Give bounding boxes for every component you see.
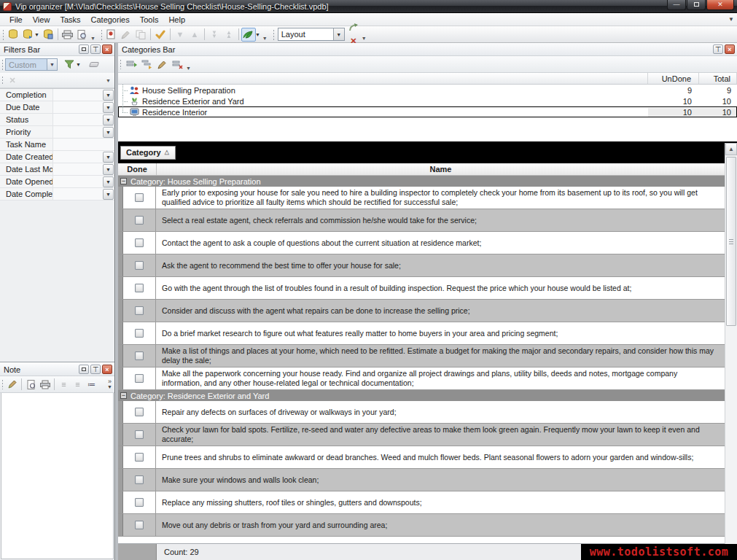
edit-task-button[interactable] [119, 28, 133, 42]
layout-toolbar-options-icon[interactable]: ▼ [362, 36, 367, 41]
bullet-list-button[interactable]: ≔ [85, 378, 98, 391]
menu-item-help[interactable]: Help [163, 14, 190, 26]
note-text-area[interactable] [1, 393, 114, 559]
notes-view-dropdown-icon[interactable]: ▼ [255, 32, 260, 37]
clear-filter-button[interactable] [87, 58, 101, 71]
align-center-button[interactable]: ≡ [71, 378, 85, 391]
task-row[interactable]: Move out any debris or trash from your y… [118, 514, 725, 537]
remove-filter-button[interactable]: ✕ [5, 74, 20, 88]
filters-close-button[interactable]: × [102, 44, 112, 54]
categories-close-button[interactable]: × [725, 44, 735, 54]
task-row[interactable]: Go with the agent through the list of tr… [118, 277, 725, 300]
note-print-button[interactable] [38, 378, 52, 391]
filter-dropdown-icon[interactable]: ▼ [103, 102, 114, 113]
move-to-top-button[interactable]: ▲▲ [222, 28, 236, 42]
delete-category-button[interactable] [170, 58, 185, 71]
task-checkbox[interactable] [135, 329, 144, 338]
filter-dropdown-icon[interactable]: ▼ [103, 189, 114, 200]
task-toolbar-options-icon[interactable]: ▼ [262, 36, 268, 41]
menu-item-categories[interactable]: Categories [86, 14, 135, 26]
apply-filter-button[interactable] [62, 58, 77, 71]
filter-dropdown-icon[interactable]: ▼ [103, 90, 114, 101]
filter-value-field[interactable] [52, 176, 103, 187]
duplicate-task-button[interactable] [133, 28, 148, 42]
categories-toolbar-options-icon[interactable]: ▼ [186, 66, 191, 71]
task-list-scrollbar[interactable]: ▲ [725, 143, 737, 560]
task-row[interactable]: Early prior to exposing your house for s… [118, 187, 725, 209]
note-close-button[interactable]: × [102, 365, 112, 374]
menu-item-tools[interactable]: Tools [135, 14, 164, 26]
category-group-header[interactable]: −Category: Residence Exterior and Yard [118, 390, 725, 401]
new-task-button[interactable] [104, 28, 119, 42]
filter-value-field[interactable] [52, 101, 103, 113]
task-checkbox[interactable] [135, 284, 144, 292]
category-row-residence-exterior-and-yard[interactable]: Residence Exterior and Yard1010 [118, 96, 737, 106]
menu-item-tasks[interactable]: Tasks [55, 14, 85, 26]
task-row[interactable]: Do a brief market research to figure out… [118, 322, 725, 345]
menubar-options-icon[interactable]: ▼ [728, 16, 734, 23]
note-restore-button[interactable] [79, 365, 89, 374]
new-database-button[interactable] [6, 28, 20, 42]
task-checkbox[interactable] [135, 430, 144, 439]
column-header-done[interactable]: Done [118, 163, 157, 175]
task-checkbox[interactable] [135, 374, 144, 383]
task-checkbox[interactable] [135, 498, 144, 507]
task-checkbox[interactable] [135, 408, 144, 416]
apply-filter-dropdown-icon[interactable]: ▼ [76, 62, 81, 67]
move-down-button[interactable]: ▼ [173, 28, 187, 42]
categories-pin-button[interactable]: ⊤ [713, 44, 723, 54]
task-row[interactable]: Consider and discuss with the agent what… [118, 300, 725, 322]
column-header-total[interactable]: Total [699, 73, 737, 84]
scrollbar-thumb[interactable] [726, 157, 736, 326]
filters-options-icon[interactable]: ▼ [106, 78, 111, 83]
task-row[interactable]: Replace any missing shutters, roof tiles… [118, 491, 725, 514]
layout-combobox-dropdown-icon[interactable]: ▼ [333, 28, 344, 40]
category-row-house-selling-preparation[interactable]: House Selling Preparation99 [118, 85, 737, 96]
close-button[interactable]: ✕ [706, 0, 734, 10]
filter-dropdown-icon[interactable]: ▼ [103, 114, 114, 125]
menu-item-file[interactable]: File [4, 14, 28, 26]
task-row[interactable]: Prune trees and shrubs to eliminate awkw… [118, 446, 725, 469]
group-by-category-button[interactable]: Category △ [120, 146, 176, 160]
print-preview-button[interactable] [75, 28, 90, 42]
task-checkbox[interactable] [135, 306, 144, 315]
category-row-residence-interior[interactable]: Residence Interior1010 [118, 106, 737, 117]
filters-pin-button[interactable]: ⊤ [90, 44, 101, 54]
filter-dropdown-icon[interactable]: ▼ [103, 176, 114, 187]
collapse-icon[interactable]: − [120, 178, 127, 184]
move-up-button[interactable]: ▲ [187, 28, 202, 42]
task-row[interactable]: Make all the paperwork concerning your h… [118, 368, 725, 390]
menu-item-view[interactable]: View [28, 14, 55, 26]
edit-note-button[interactable] [5, 378, 19, 391]
open-database-dropdown-icon[interactable]: ▼ [34, 32, 39, 37]
minimize-button[interactable]: — [667, 0, 686, 10]
task-row[interactable]: Select a real estate agent, check referr… [118, 209, 725, 232]
note-pin-button[interactable]: ⊤ [90, 365, 101, 374]
task-checkbox[interactable] [135, 216, 144, 225]
edit-category-button[interactable] [155, 58, 170, 71]
file-toolbar-options-icon[interactable]: ▼ [90, 36, 95, 41]
filter-dropdown-icon[interactable]: ▼ [103, 164, 114, 175]
new-subcategory-button[interactable] [139, 58, 155, 71]
task-checkbox[interactable] [135, 453, 144, 462]
filter-value-field[interactable] [52, 139, 114, 150]
filters-restore-button[interactable] [79, 44, 89, 54]
task-checkbox[interactable] [135, 261, 144, 270]
task-checkbox[interactable] [135, 521, 144, 529]
filter-dropdown-icon[interactable]: ▼ [103, 127, 114, 138]
align-left-button[interactable]: ≡ [57, 378, 71, 391]
new-category-button[interactable] [124, 58, 139, 71]
move-to-bottom-button[interactable]: ▼▼ [207, 28, 222, 42]
note-print-preview-button[interactable] [24, 378, 38, 391]
complete-task-button[interactable] [153, 28, 168, 42]
task-row[interactable]: Repair any defects on surfaces of drivew… [118, 401, 725, 424]
task-checkbox[interactable] [135, 193, 144, 202]
task-row[interactable]: Contact the agent to ask a couple of que… [118, 232, 725, 254]
task-row[interactable]: Make sure your windows and walls look cl… [118, 469, 725, 491]
filter-value-field[interactable] [52, 89, 103, 101]
filter-value-field[interactable] [52, 151, 103, 163]
filter-value-field[interactable] [52, 126, 103, 138]
task-checkbox[interactable] [135, 351, 144, 360]
collapse-icon[interactable]: − [120, 392, 127, 399]
category-group-header[interactable]: −Category: House Selling Preparation [118, 176, 725, 187]
